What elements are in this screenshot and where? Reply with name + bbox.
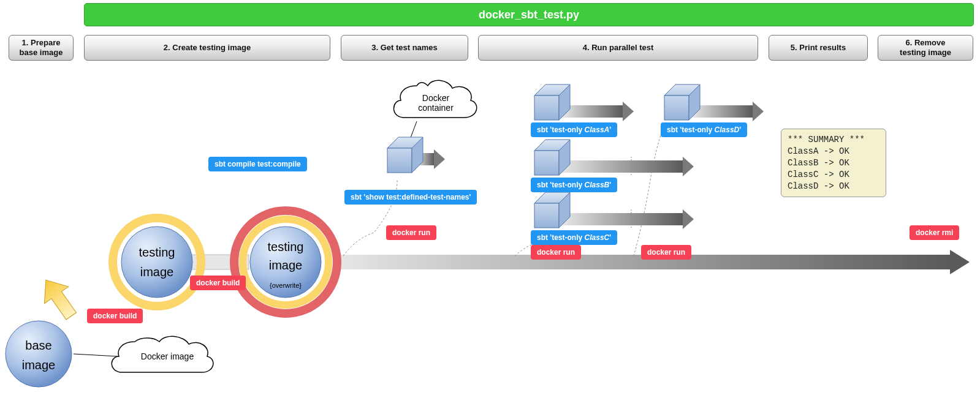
small-arrows <box>417 102 764 229</box>
testing-image-label: testing image <box>120 242 194 282</box>
svg-rect-25 <box>534 151 559 175</box>
cube-icon <box>534 192 570 228</box>
svg-rect-28 <box>534 203 559 228</box>
sbt-class-d-tag: sbt 'test-only ClassD' <box>661 122 747 137</box>
overwrite-text: {overwrite} <box>270 282 302 289</box>
cube-icon <box>534 84 570 120</box>
docker-rmi-tag: docker rmi <box>910 225 959 240</box>
base-image-label: base image <box>2 336 75 375</box>
yellow-arrow-icon <box>34 272 83 325</box>
cube-icon <box>664 84 700 120</box>
svg-marker-1 <box>950 250 970 274</box>
sbt-compile-tag: sbt compile test:compile <box>208 157 307 171</box>
docker-image-label: Docker image <box>127 351 207 361</box>
docker-run-3-tag: docker run <box>641 245 691 260</box>
svg-marker-7 <box>753 102 764 121</box>
svg-rect-4 <box>563 105 623 118</box>
summary-box: *** SUMMARY *** ClassA -> OK ClassB -> O… <box>781 129 886 197</box>
svg-rect-6 <box>693 105 753 118</box>
svg-rect-19 <box>387 148 412 173</box>
step-box-2: 2. Create testing image <box>84 35 330 61</box>
cube-icon <box>534 140 570 175</box>
svg-marker-12 <box>34 272 83 325</box>
docker-build-1-tag: docker build <box>87 309 143 323</box>
svg-marker-5 <box>623 102 634 121</box>
docker-build-2-tag: docker build <box>190 276 246 290</box>
svg-marker-3 <box>434 149 445 169</box>
docker-run-2-tag: docker run <box>531 245 581 260</box>
sbt-class-b-tag: sbt 'test-only ClassB' <box>531 178 617 192</box>
testing-image-ov-label: testing image {overwrite} <box>249 238 322 293</box>
svg-rect-8 <box>563 160 683 173</box>
step-box-4: 4. Run parallel test <box>478 35 758 61</box>
svg-marker-11 <box>683 209 694 229</box>
sbt-class-a-tag: sbt 'test-only ClassA' <box>531 122 617 137</box>
svg-rect-22 <box>534 96 559 120</box>
step-box-6: 6. Remove testing image <box>878 35 973 61</box>
diagram-stage: docker_sbt_test.py <box>0 0 980 398</box>
step-box-3: 3. Get test names <box>341 35 468 61</box>
sbt-class-c-tag: sbt 'test-only ClassC' <box>531 230 617 245</box>
svg-rect-10 <box>563 213 683 225</box>
docker-run-1-tag: docker run <box>386 225 436 240</box>
cloud-connector-1 <box>74 354 118 356</box>
step-box-1: 1. Prepare base image <box>9 35 74 61</box>
step-box-5: 5. Print results <box>769 35 868 61</box>
svg-rect-31 <box>664 96 689 120</box>
svg-marker-9 <box>683 157 694 176</box>
sbt-show-tag: sbt 'show test:defined-test-names' <box>344 190 477 205</box>
docker-container-label: Docker container <box>402 93 469 113</box>
cube-icon <box>387 137 423 173</box>
testing-image-ov-text: testing image <box>268 240 304 272</box>
